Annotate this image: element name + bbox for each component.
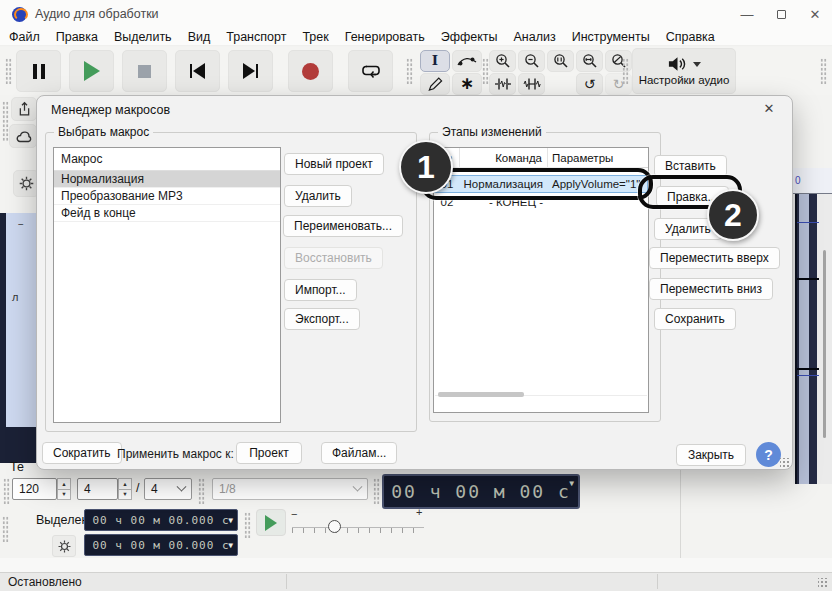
snap-select[interactable]: 1/8 bbox=[212, 478, 368, 500]
zoom-out-button[interactable] bbox=[518, 50, 545, 72]
minimize-button[interactable]: — bbox=[730, 0, 764, 28]
menu-analyze[interactable]: Анализ bbox=[506, 30, 564, 44]
right-toolbar-grip[interactable] bbox=[820, 58, 827, 84]
pause-button[interactable] bbox=[16, 50, 61, 92]
move-up-button[interactable]: Переместить вверх bbox=[649, 247, 780, 269]
rename-button[interactable]: Переименовать... bbox=[283, 215, 403, 237]
time-format-dropdown-icon[interactable]: ▼ bbox=[228, 516, 233, 525]
trim-audio-button[interactable] bbox=[489, 73, 516, 95]
menu-generate[interactable]: Генерировать bbox=[337, 30, 433, 44]
zoom-in-button[interactable] bbox=[489, 50, 516, 72]
tempo-bpm-spinner[interactable]: ▲ ▼ bbox=[57, 478, 71, 500]
transport-toolbar-grip[interactable] bbox=[5, 58, 12, 84]
speed-slider-handle[interactable] bbox=[328, 520, 341, 533]
zoom-selection-button[interactable] bbox=[547, 50, 574, 72]
envelope-tool-button[interactable] bbox=[452, 50, 482, 72]
loop-button[interactable] bbox=[348, 50, 393, 92]
skip-to-start-button[interactable] bbox=[175, 50, 220, 92]
selection-options-button[interactable] bbox=[52, 535, 76, 557]
apply-macro-label: Применить макрос к: bbox=[117, 447, 234, 461]
menu-help[interactable]: Справка bbox=[658, 30, 723, 44]
cloud-button[interactable] bbox=[9, 124, 37, 148]
window-controls: — ✕ bbox=[730, 0, 832, 28]
menu-file[interactable]: Файл bbox=[1, 30, 48, 44]
skip-to-end-button[interactable] bbox=[228, 50, 273, 92]
macro-list-header: Макрос bbox=[54, 148, 280, 171]
selection-toolbar-grip[interactable] bbox=[2, 516, 9, 542]
new-project-button[interactable]: Новый проект bbox=[284, 153, 384, 175]
dialog-resize-grip[interactable] bbox=[780, 458, 790, 468]
insert-button[interactable]: Вставить bbox=[654, 155, 727, 177]
window-resize-grip[interactable] bbox=[818, 578, 828, 588]
apply-to-files-button[interactable]: Файлам... bbox=[321, 442, 397, 464]
horizontal-scrollbar-thumb[interactable] bbox=[438, 392, 524, 397]
audio-setup-button[interactable]: Настройки аудио bbox=[632, 48, 736, 94]
timeline-ruler-sliver[interactable]: 0 bbox=[793, 168, 832, 194]
macro-list[interactable]: Макрос Нормализация Преобразование MP3 Ф… bbox=[53, 147, 281, 423]
stop-icon bbox=[138, 65, 151, 78]
undo-button[interactable]: ↺ bbox=[576, 73, 603, 95]
time-display-grip[interactable] bbox=[373, 478, 380, 504]
macro-list-item[interactable]: Фейд в конце bbox=[54, 205, 280, 222]
menu-effects[interactable]: Эффекты bbox=[433, 30, 506, 44]
share-audio-button[interactable] bbox=[11, 97, 37, 121]
cloud-icon bbox=[15, 129, 32, 144]
save-step-button[interactable]: Сохранить bbox=[654, 308, 736, 330]
time-toolbar-grip[interactable] bbox=[3, 478, 10, 504]
audio-setup-grip[interactable] bbox=[622, 58, 629, 84]
apply-to-project-button[interactable]: Проект bbox=[236, 442, 302, 464]
help-button[interactable]: ? bbox=[756, 442, 781, 467]
note-value-select[interactable]: 4 bbox=[144, 478, 192, 500]
play-icon bbox=[265, 515, 277, 531]
spin-down-icon[interactable]: ▼ bbox=[118, 490, 132, 501]
macro-list-item[interactable]: Преобразование MP3 bbox=[54, 188, 280, 205]
tools-toolbar-grip[interactable] bbox=[406, 58, 413, 84]
move-down-button[interactable]: Переместить вниз bbox=[649, 278, 773, 300]
draw-tool-button[interactable] bbox=[420, 73, 450, 95]
column-params: Параметры bbox=[548, 148, 648, 167]
selection-end-field[interactable]: 00 ч 00 м 00.000 с ▼ bbox=[84, 534, 238, 556]
main-time-display[interactable]: 00 ч 00 м 00 с ▼ bbox=[382, 474, 580, 509]
selection-tool-button[interactable]: I bbox=[420, 50, 450, 72]
close-dialog-button[interactable]: Закрыть bbox=[676, 444, 746, 466]
zoom-fit-button[interactable] bbox=[576, 50, 603, 72]
menu-tools[interactable]: Инструменты bbox=[564, 30, 658, 44]
snap-toolbar-grip[interactable] bbox=[198, 478, 205, 504]
spin-up-icon[interactable]: ▲ bbox=[57, 478, 71, 490]
multi-tool-button[interactable]: ∗ bbox=[452, 73, 482, 95]
import-button[interactable]: Импорт... bbox=[284, 279, 357, 301]
edit-toolbar-grip[interactable] bbox=[482, 58, 489, 84]
dialog-close-button[interactable]: ✕ bbox=[758, 101, 780, 116]
play-speed-grip[interactable] bbox=[244, 512, 251, 538]
speed-slider-track[interactable] bbox=[292, 527, 424, 533]
record-button[interactable] bbox=[288, 50, 333, 92]
export-button[interactable]: Экспорт... bbox=[284, 308, 360, 330]
share-toolbar-grip[interactable] bbox=[2, 101, 9, 141]
selection-start-field[interactable]: 00 ч 00 м 00.000 с ▼ bbox=[84, 509, 238, 531]
spin-down-icon[interactable]: ▼ bbox=[57, 490, 71, 501]
vertical-scrollbar[interactable] bbox=[823, 250, 826, 438]
menu-view[interactable]: Вид bbox=[180, 30, 219, 44]
play-button[interactable] bbox=[69, 50, 114, 92]
stop-button[interactable] bbox=[122, 50, 167, 92]
audio-setup-caret-icon bbox=[693, 62, 701, 67]
delete-macro-button[interactable]: Удалить bbox=[284, 185, 352, 207]
maximize-button[interactable] bbox=[764, 0, 798, 28]
menu-transport[interactable]: Транспорт bbox=[218, 30, 294, 44]
shrink-button[interactable]: Сократить bbox=[42, 442, 122, 464]
menu-edit[interactable]: Правка bbox=[48, 30, 106, 44]
menu-track[interactable]: Трек bbox=[294, 30, 336, 44]
restore-button[interactable]: Восстановить bbox=[284, 247, 383, 269]
time-format-dropdown-icon[interactable]: ▼ bbox=[228, 541, 233, 550]
macro-list-item[interactable]: Нормализация bbox=[54, 171, 280, 188]
spin-up-icon[interactable]: ▲ bbox=[118, 478, 132, 490]
play-at-speed-button[interactable] bbox=[256, 509, 286, 536]
horizontal-scrollbar[interactable] bbox=[435, 395, 647, 406]
beats-spinner[interactable]: ▲ ▼ bbox=[118, 478, 132, 500]
time-format-dropdown-icon[interactable]: ▼ bbox=[569, 479, 574, 488]
beats-input[interactable]: 4 bbox=[77, 478, 118, 500]
tempo-bpm-input[interactable]: 120 bbox=[12, 478, 57, 500]
close-button[interactable]: ✕ bbox=[798, 0, 832, 28]
silence-audio-button[interactable] bbox=[518, 73, 545, 95]
menu-select[interactable]: Выделить bbox=[106, 30, 180, 44]
